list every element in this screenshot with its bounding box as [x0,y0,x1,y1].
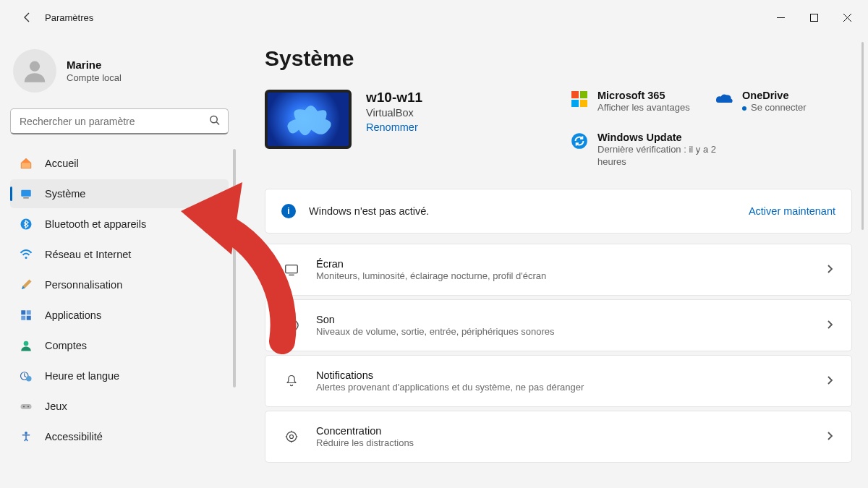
gamepad-icon [19,399,33,414]
chevron-right-icon [825,374,834,388]
svg-point-21 [290,435,294,438]
scrollbar-thumb[interactable] [861,42,864,230]
device-block[interactable]: w10-w11 VirtualBox Renommer [265,90,422,149]
svg-point-1 [30,61,40,72]
back-button[interactable] [13,3,42,32]
activate-now-link[interactable]: Activer maintenant [749,205,835,217]
info-tile-windows-update[interactable]: Windows Update Dernière vérification : i… [570,132,852,168]
svg-rect-9 [21,316,25,320]
setting-card-sound[interactable]: Son Niveaux de volume, sortie, entrée, p… [265,299,852,351]
card-title: Écran [316,258,546,270]
sidebar-item-label: Accueil [45,158,79,169]
chevron-right-icon [825,430,834,443]
sidebar-item-label: Comptes [45,340,87,351]
sidebar-item-label: Jeux [45,401,67,412]
card-subtitle: Réduire les distractions [316,437,414,448]
search-input[interactable] [10,108,229,134]
minimize-button[interactable] [764,3,797,32]
info-subtitle: Se connecter [742,102,807,114]
card-subtitle: Niveaux de volume, sortie, entrée, périp… [316,326,555,337]
svg-point-16 [27,406,29,407]
svg-rect-7 [21,310,25,314]
svg-rect-4 [23,197,29,198]
bluetooth-icon [19,217,33,231]
sidebar-item-label: Bluetooth et appareils [45,218,146,230]
info-title: Microsoft 365 [597,90,690,101]
clock-globe-icon [19,369,33,383]
activation-banner[interactable]: i Windows n'est pas activé. Activer main… [265,189,852,234]
sidebar-item-label: Système [45,188,85,200]
bell-icon [283,374,300,388]
wifi-icon [19,247,33,262]
svg-point-2 [210,116,217,122]
page-title: Système [265,46,852,71]
svg-point-17 [25,432,27,435]
sidebar-item-label: Réseau et Internet [45,249,131,260]
sidebar-item-label: Accessibilité [45,431,103,442]
card-title: Son [316,314,555,325]
window-controls [764,3,864,32]
sidebar-item-gaming[interactable]: Jeux [10,392,229,421]
apps-icon [19,308,33,322]
svg-rect-19 [286,265,298,273]
card-subtitle: Moniteurs, luminosité, éclairage nocturn… [316,270,546,281]
rename-link[interactable]: Renommer [366,121,418,133]
user-subtitle: Compte local [67,72,122,83]
avatar [13,49,56,93]
device-thumbnail [265,90,352,149]
card-title: Notifications [316,369,584,381]
person-icon [19,338,33,353]
main-content: Système w10-w11 VirtualBox Renommer Micr… [239,35,868,488]
windows-update-icon [570,132,589,150]
svg-point-13 [26,376,32,382]
user-block[interactable]: Marine Compte local [10,43,229,106]
setting-card-focus[interactable]: Concentration Réduire les distractions [265,411,852,463]
chevron-right-icon [825,319,834,332]
sidebar-item-time-language[interactable]: Heure et langue [10,361,229,390]
sidebar-item-label: Applications [45,309,101,321]
chevron-right-icon [825,263,834,276]
svg-point-15 [23,406,25,407]
sidebar-item-personalization[interactable]: Personnalisation [10,270,229,299]
sidebar: Marine Compte local Accueil Système B [0,35,239,488]
svg-point-6 [25,257,27,259]
setting-card-display[interactable]: Écran Moniteurs, luminosité, éclairage n… [265,244,852,296]
card-subtitle: Alertes provenant d'applications et du s… [316,382,584,393]
sidebar-item-bluetooth[interactable]: Bluetooth et appareils [10,210,229,239]
info-tile-onedrive[interactable]: OneDrive Se connecter [715,90,852,114]
info-title: OneDrive [742,90,807,101]
sidebar-item-accounts[interactable]: Comptes [10,331,229,360]
close-button[interactable] [830,3,864,32]
svg-rect-3 [21,190,31,197]
sidebar-item-system[interactable]: Système [10,179,229,208]
sidebar-item-label: Personnalisation [45,279,122,291]
maximize-button[interactable] [797,3,830,32]
scrollbar-thumb[interactable] [233,149,236,388]
onedrive-icon [715,90,733,108]
svg-rect-8 [27,310,31,314]
titlebar: Paramètres [0,0,868,35]
sidebar-item-home[interactable]: Accueil [10,149,229,178]
user-name: Marine [67,59,122,71]
device-name: w10-w11 [366,90,422,106]
focus-icon [283,429,300,444]
activation-message: Windows n'est pas activé. [309,205,429,217]
info-subtitle: Dernière vérification : il y a 2 heures [597,144,735,168]
svg-rect-0 [810,14,817,21]
app-title: Paramètres [45,12,93,23]
sidebar-item-network[interactable]: Réseau et Internet [10,240,229,269]
info-tile-m365[interactable]: Microsoft 365 Afficher les avantages [570,90,707,114]
paintbrush-icon [19,278,33,292]
sound-icon [283,317,300,333]
info-icon: i [281,204,296,218]
info-title: Windows Update [597,132,735,143]
sidebar-item-accessibility[interactable]: Accessibilité [10,422,229,451]
svg-point-20 [286,432,296,441]
home-icon [19,156,33,171]
svg-rect-10 [27,316,31,320]
sidebar-item-apps[interactable]: Applications [10,301,229,330]
svg-point-18 [571,133,587,149]
setting-card-notifications[interactable]: Notifications Alertes provenant d'applic… [265,355,852,407]
card-title: Concentration [316,425,414,437]
sidebar-item-label: Heure et langue [45,370,119,382]
